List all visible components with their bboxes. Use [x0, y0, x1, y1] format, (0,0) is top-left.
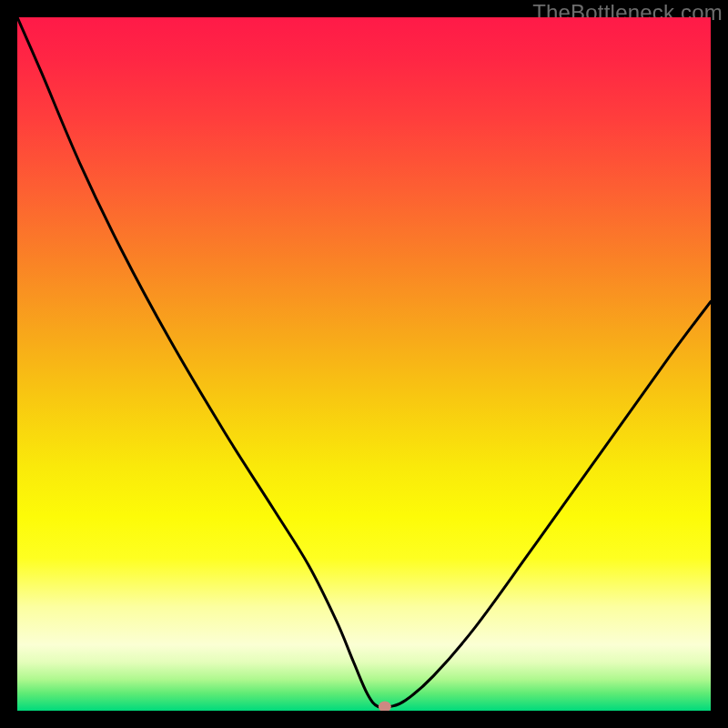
plot-area — [17, 17, 711, 711]
chart-frame: TheBottleneck.com — [0, 0, 728, 728]
chart-svg — [17, 17, 711, 711]
gradient-background — [17, 17, 711, 711]
